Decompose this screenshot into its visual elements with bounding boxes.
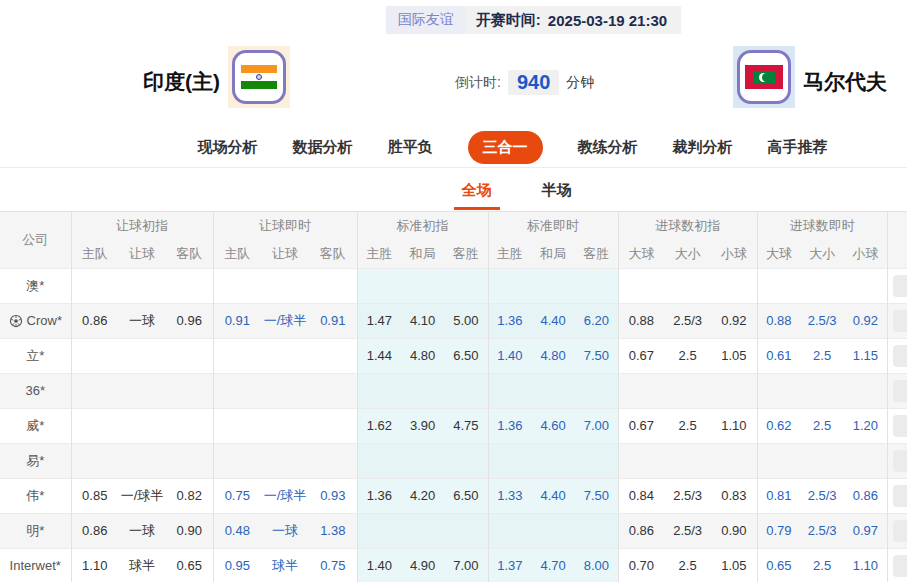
odds-cell[interactable]: 0.90 [711, 513, 757, 548]
odds-cell[interactable]: 1.36 [357, 478, 401, 513]
nav-tab-6[interactable]: 裁判分析 [673, 138, 733, 157]
odds-cell[interactable]: 0.86 [71, 303, 118, 338]
odds-cell[interactable]: 一/球半 [261, 303, 309, 338]
odds-cell[interactable]: 1.05 [711, 548, 757, 582]
odds-cell[interactable]: 0.75 [213, 478, 261, 513]
odds-cell[interactable]: 0.62 [757, 408, 800, 443]
odds-cell[interactable]: 6.20 [575, 303, 618, 338]
odds-cell[interactable]: 0.93 [309, 478, 357, 513]
odds-cell[interactable]: 0.70 [618, 548, 664, 582]
row-action-button[interactable] [893, 555, 907, 577]
odds-cell[interactable]: 0.86 [618, 513, 664, 548]
odds-cell[interactable]: 2.5/3 [664, 478, 711, 513]
odds-cell[interactable]: 0.92 [844, 303, 887, 338]
odds-cell[interactable]: 2.5 [664, 548, 711, 582]
odds-cell[interactable]: 8.00 [575, 548, 618, 582]
row-action-button[interactable] [893, 380, 907, 402]
company-cell[interactable]: 立* [0, 338, 71, 373]
odds-cell[interactable]: 2.5 [664, 338, 711, 373]
odds-cell[interactable]: 4.80 [401, 338, 444, 373]
odds-cell[interactable]: 1.05 [711, 338, 757, 373]
odds-cell[interactable]: 2.5 [800, 338, 844, 373]
company-cell[interactable]: 澳* [0, 268, 71, 303]
odds-cell[interactable]: 0.90 [166, 513, 213, 548]
nav-tab-7[interactable]: 高手推荐 [768, 138, 828, 157]
odds-cell[interactable]: 0.61 [757, 338, 800, 373]
company-cell[interactable]: 伟* [0, 478, 71, 513]
odds-cell[interactable]: 0.88 [757, 303, 800, 338]
odds-cell[interactable]: 0.97 [844, 513, 887, 548]
row-action-button[interactable] [893, 310, 907, 332]
nav-tab-2[interactable]: 数据分析 [293, 138, 353, 157]
odds-cell[interactable]: 一球 [118, 513, 166, 548]
odds-cell[interactable]: 1.38 [309, 513, 357, 548]
odds-cell[interactable]: 0.67 [618, 408, 664, 443]
odds-cell[interactable]: 0.91 [213, 303, 261, 338]
odds-cell[interactable]: 6.50 [444, 338, 488, 373]
odds-cell[interactable]: 0.96 [166, 303, 213, 338]
odds-cell[interactable]: 0.88 [618, 303, 664, 338]
odds-cell[interactable]: 4.10 [401, 303, 444, 338]
odds-cell[interactable]: 3.90 [401, 408, 444, 443]
odds-cell[interactable]: 2.5/3 [664, 303, 711, 338]
row-action-button[interactable] [893, 345, 907, 367]
company-cell[interactable]: Interwet* [0, 548, 71, 582]
row-action-button[interactable] [893, 275, 907, 297]
odds-cell[interactable]: 2.5/3 [664, 513, 711, 548]
row-action-button[interactable] [893, 415, 907, 437]
odds-cell[interactable]: 1.40 [488, 338, 531, 373]
odds-cell[interactable]: 2.5 [800, 408, 844, 443]
odds-cell[interactable]: 0.85 [71, 478, 118, 513]
odds-cell[interactable]: 1.36 [488, 408, 531, 443]
odds-cell[interactable]: 1.10 [711, 408, 757, 443]
company-cell[interactable]: Crow* [0, 303, 71, 338]
odds-cell[interactable]: 2.5/3 [800, 478, 844, 513]
odds-cell[interactable]: 2.5/3 [800, 303, 844, 338]
odds-cell[interactable]: 0.83 [711, 478, 757, 513]
odds-cell[interactable]: 1.33 [488, 478, 531, 513]
odds-cell[interactable]: 2.5 [800, 548, 844, 582]
odds-cell[interactable]: 0.75 [309, 548, 357, 582]
odds-cell[interactable]: 0.79 [757, 513, 800, 548]
odds-cell[interactable]: 1.62 [357, 408, 401, 443]
sub-tab-1[interactable]: 全场 [462, 169, 492, 211]
sub-tab-2[interactable]: 半场 [542, 169, 572, 211]
nav-tab-1[interactable]: 现场分析 [198, 138, 258, 157]
odds-cell[interactable]: 4.60 [531, 408, 575, 443]
odds-cell[interactable]: 0.86 [844, 478, 887, 513]
odds-cell[interactable]: 1.47 [357, 303, 401, 338]
odds-cell[interactable]: 球半 [118, 548, 166, 582]
odds-cell[interactable]: 7.00 [575, 408, 618, 443]
odds-cell[interactable]: 4.90 [401, 548, 444, 582]
odds-cell[interactable]: 1.36 [488, 303, 531, 338]
row-action-button[interactable] [893, 485, 907, 507]
company-cell[interactable]: 威* [0, 408, 71, 443]
odds-cell[interactable]: 0.92 [711, 303, 757, 338]
odds-cell[interactable]: 1.10 [844, 548, 887, 582]
odds-cell[interactable]: 0.82 [166, 478, 213, 513]
odds-cell[interactable]: 0.86 [71, 513, 118, 548]
company-cell[interactable]: 明* [0, 513, 71, 548]
odds-cell[interactable]: 6.50 [444, 478, 488, 513]
odds-cell[interactable]: 一球 [118, 303, 166, 338]
odds-cell[interactable]: 4.70 [531, 548, 575, 582]
odds-cell[interactable]: 一球 [261, 513, 309, 548]
odds-cell[interactable]: 0.81 [757, 478, 800, 513]
nav-tab-4[interactable]: 三合一 [468, 131, 543, 164]
odds-cell[interactable]: 4.40 [531, 303, 575, 338]
odds-cell[interactable]: 球半 [261, 548, 309, 582]
odds-cell[interactable]: 0.48 [213, 513, 261, 548]
nav-tab-5[interactable]: 教练分析 [578, 138, 638, 157]
odds-cell[interactable]: 1.20 [844, 408, 887, 443]
row-action-button[interactable] [893, 520, 907, 542]
odds-cell[interactable]: 1.10 [71, 548, 118, 582]
odds-cell[interactable]: 0.67 [618, 338, 664, 373]
odds-cell[interactable]: 5.00 [444, 303, 488, 338]
odds-cell[interactable]: 1.44 [357, 338, 401, 373]
odds-cell[interactable]: 7.50 [575, 478, 618, 513]
odds-cell[interactable]: 2.5/3 [800, 513, 844, 548]
odds-cell[interactable]: 0.84 [618, 478, 664, 513]
odds-cell[interactable]: 7.50 [575, 338, 618, 373]
odds-cell[interactable]: 7.00 [444, 548, 488, 582]
row-action-button[interactable] [893, 450, 907, 472]
